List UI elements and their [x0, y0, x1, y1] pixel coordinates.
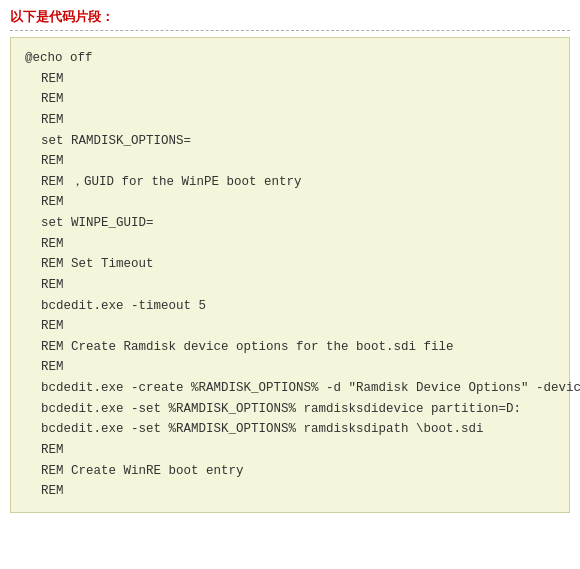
code-line: set WINPE_GUID= — [25, 213, 555, 234]
code-line: @echo off — [25, 48, 555, 69]
code-line: REM — [25, 234, 555, 255]
section-heading: 以下是代码片段： — [10, 8, 570, 31]
code-line: bcdedit.exe -set %RAMDISK_OPTIONS% ramdi… — [25, 419, 555, 440]
page-container: 以下是代码片段： @echo offREMREMREMset RAMDISK_O… — [0, 0, 580, 521]
code-line: bcdedit.exe -create %RAMDISK_OPTIONS% -d… — [25, 378, 555, 399]
code-line: set RAMDISK_OPTIONS= — [25, 131, 555, 152]
code-block: @echo offREMREMREMset RAMDISK_OPTIONS=RE… — [10, 37, 570, 513]
code-line: REM — [25, 192, 555, 213]
code-line: REM — [25, 69, 555, 90]
code-line: REM — [25, 275, 555, 296]
code-line: REM — [25, 110, 555, 131]
code-line: REM Create Ramdisk device options for th… — [25, 337, 555, 358]
code-line: REM ，GUID for the WinPE boot entry — [25, 172, 555, 193]
code-line: bcdedit.exe -timeout 5 — [25, 296, 555, 317]
code-line: REM — [25, 357, 555, 378]
code-line: REM — [25, 440, 555, 461]
code-line: REM — [25, 481, 555, 502]
code-line: REM Set Timeout — [25, 254, 555, 275]
code-line: REM — [25, 89, 555, 110]
code-line: REM — [25, 316, 555, 337]
code-line: REM — [25, 151, 555, 172]
code-line: bcdedit.exe -set %RAMDISK_OPTIONS% ramdi… — [25, 399, 555, 420]
code-line: REM Create WinRE boot entry — [25, 461, 555, 482]
